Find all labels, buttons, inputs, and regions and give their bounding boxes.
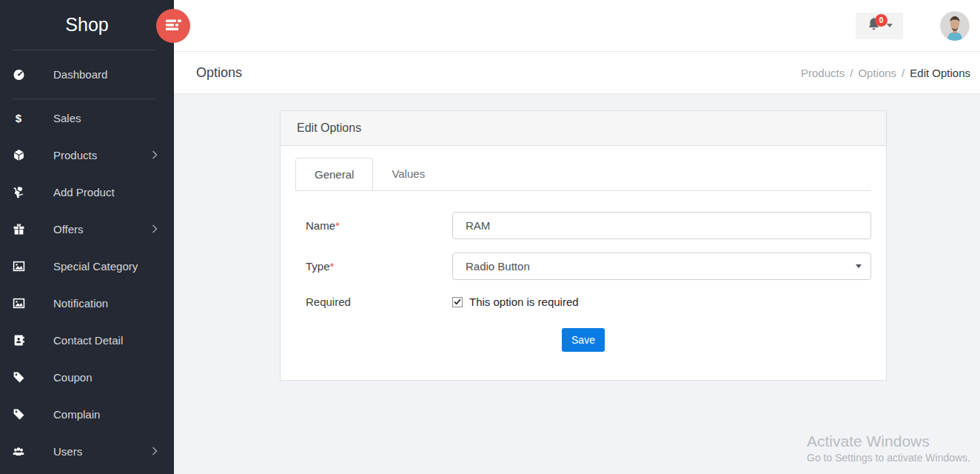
required-label: Required [306,296,452,308]
sidebar-item-users[interactable]: Users [0,433,174,470]
sidebar-item-label: Sales [53,112,81,124]
breadcrumb-separator: / [850,67,853,79]
card-body: General Values Name* Type* Radio Button [281,146,886,380]
type-select[interactable]: Radio Button [452,253,871,280]
page-title: Options [196,65,242,81]
cube-icon [12,148,25,161]
sidebar-item-label: Special Category [53,260,138,273]
sidebar-item-label: Contact Detail [53,334,123,347]
edit-options-form: Name* Type* Radio Button Required [295,212,871,352]
app-window: Shop Dashboard $ Sales Products [0,0,980,474]
image-icon [12,259,25,273]
form-row-required: Required This option is required [295,296,871,308]
sidebar-item-label: Add Product [53,186,115,198]
gift-icon [12,222,25,236]
topbar: 0 [174,0,980,52]
sidebar-item-complain[interactable]: Complain [0,395,174,433]
required-checkbox-label[interactable]: This option is required [469,296,579,308]
sidebar-item-products[interactable]: Products [0,136,174,173]
notification-badge: 0 [875,14,887,27]
breadcrumb-item-products[interactable]: Products [801,67,845,79]
address-book-icon [12,333,25,347]
sidebar-item-label: Coupon [53,371,93,384]
tab-general[interactable]: General [295,158,373,190]
tag-icon [12,370,25,384]
caret-down-icon [887,24,893,27]
tab-bar: General Values [295,158,871,191]
sidebar-item-sales[interactable]: $ Sales [0,99,174,136]
select-caret-icon [856,264,862,268]
card-title: Edit Options [281,111,886,146]
dollar-icon: $ [12,111,25,124]
required-checkbox[interactable] [452,297,463,307]
form-row-name: Name* [295,212,871,239]
sidebar-item-add-product[interactable]: Add Product [0,173,174,210]
edit-options-card: Edit Options General Values Name* Type* [280,110,887,381]
tag-icon [12,407,25,421]
required-marker: * [330,260,335,273]
sidebar-item-label: Offers [53,223,84,236]
sidebar-item-label: Complain [53,408,100,421]
tab-values[interactable]: Values [373,158,443,190]
sidebar-item-label: Products [53,149,97,161]
sidebar-item-offers[interactable]: Offers [0,210,174,247]
save-row: Save [295,328,871,352]
sidebar-item-dashboard[interactable]: Dashboard [0,50,174,99]
sidebar-item-contact-detail[interactable]: Contact Detail [0,321,174,358]
chevron-right-icon [152,150,158,159]
notifications-button[interactable]: 0 [856,13,903,39]
chevron-right-icon [152,447,158,455]
content-area: Edit Options General Values Name* Type* [174,94,980,474]
save-button[interactable]: Save [562,328,605,352]
required-marker: * [335,219,340,232]
breadcrumb-item-edit-options: Edit Options [910,67,970,79]
breadcrumb: Products / Options / Edit Options [801,67,970,79]
app-title[interactable]: Shop [0,0,174,50]
sidebar-item-label: Notification [53,297,108,310]
avatar[interactable] [940,11,970,41]
image-icon [12,296,25,310]
chevron-right-icon [152,224,158,233]
sidebar-item-special-category[interactable]: Special Category [0,247,174,284]
sidebar-item-notification[interactable]: Notification [0,284,174,321]
dolly-icon [12,185,25,198]
sidebar: Shop Dashboard $ Sales Products [0,0,174,474]
sidebar-item-coupon[interactable]: Coupon [0,358,174,395]
sidebar-item-label: Dashboard [53,68,107,81]
required-checkbox-wrap[interactable]: This option is required [452,296,579,308]
sidebar-item-label: Users [53,445,82,458]
users-icon [12,444,25,458]
form-row-type: Type* Radio Button [295,253,871,280]
type-label: Type* [306,260,452,273]
type-select-value: Radio Button [466,260,530,273]
main-area: 0 Options Products / Options / Edit Opti… [174,0,980,474]
dashboard-icon [12,68,25,81]
name-label: Name* [306,219,452,232]
sidebar-toggle-button[interactable] [156,9,190,43]
breadcrumb-item-options[interactable]: Options [858,67,896,79]
page-header: Options Products / Options / Edit Option… [174,52,980,94]
name-input[interactable] [452,212,871,239]
menu-bars-icon [166,19,181,33]
breadcrumb-separator: / [902,67,905,79]
